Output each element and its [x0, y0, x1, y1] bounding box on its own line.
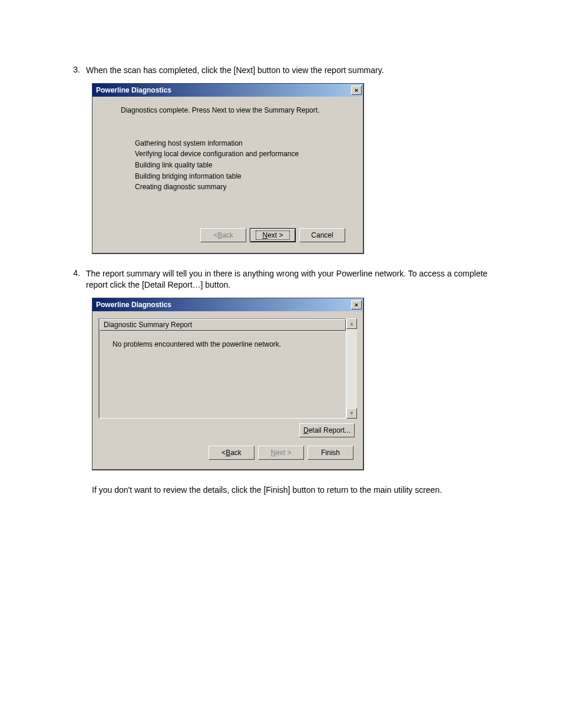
- step-number: 3.: [71, 65, 86, 76]
- trailing-text: If you don't want to review the details,…: [92, 485, 491, 496]
- step-4: 4. The report summary will tell you in t…: [71, 268, 491, 291]
- close-button[interactable]: ×: [351, 85, 362, 95]
- detail-row: Detail Report...: [98, 419, 357, 446]
- scroll-up-button[interactable]: ▲: [346, 318, 357, 329]
- progress-item: Building bridging information table: [135, 171, 349, 182]
- document-page: 3. When the scan has completed, click th…: [0, 0, 562, 728]
- step-text: When the scan has completed, click the […: [86, 65, 491, 76]
- detail-suffix: etail Report...: [309, 426, 351, 434]
- back-prefix: <: [222, 449, 226, 457]
- finish-label: Finish: [321, 449, 340, 457]
- back-suffix: ack: [222, 231, 233, 239]
- button-row: < Back Next > Cancel: [107, 228, 349, 246]
- dialog-body: Diagnostic Summary Report No problems en…: [92, 311, 363, 469]
- next-button[interactable]: Next >: [250, 228, 296, 242]
- report-area: Diagnostic Summary Report No problems en…: [98, 318, 357, 419]
- progress-item: Verifying local device configuration and…: [135, 149, 349, 160]
- next-mnemonic: N: [270, 449, 276, 457]
- progress-item: Creating diagnostic summary: [135, 182, 349, 193]
- finish-button[interactable]: Finish: [308, 446, 353, 460]
- cancel-button[interactable]: Cancel: [299, 228, 345, 242]
- progress-item: Building link quality table: [135, 160, 349, 171]
- detail-mnemonic: D: [303, 426, 309, 434]
- step-number: 4.: [71, 268, 86, 291]
- next-suffix: ext >: [276, 449, 291, 457]
- chevron-down-icon: ▼: [349, 410, 355, 416]
- titlebar: Powerline Diagnostics ×: [92, 84, 363, 97]
- close-icon: ×: [355, 301, 358, 308]
- diagnostics-summary-dialog: Powerline Diagnostics × Diagnostic Summa…: [92, 298, 364, 470]
- cancel-label: Cancel: [311, 231, 333, 239]
- back-button[interactable]: < Back: [200, 228, 246, 242]
- next-button[interactable]: Next >: [258, 446, 304, 460]
- button-row: < Back Next > Finish: [98, 446, 357, 463]
- report-content: No problems encountered with the powerli…: [100, 331, 346, 351]
- report-column-header: Diagnostic Summary Report: [100, 319, 346, 331]
- dialog-1-wrap: Powerline Diagnostics × Diagnostics comp…: [92, 83, 491, 254]
- back-mnemonic: B: [217, 231, 222, 239]
- chevron-up-icon: ▲: [349, 321, 355, 327]
- status-message: Diagnostics complete. Press Next to view…: [121, 106, 349, 114]
- titlebar: Powerline Diagnostics ×: [92, 298, 363, 311]
- progress-item: Gathering host system information: [135, 138, 349, 149]
- dialog-body: Diagnostics complete. Press Next to view…: [92, 97, 363, 253]
- dialog-title: Powerline Diagnostics: [96, 86, 171, 94]
- back-suffix: ack: [230, 449, 242, 457]
- report-header-text: Diagnostic Summary Report: [104, 321, 192, 329]
- detail-report-button[interactable]: Detail Report...: [299, 423, 355, 437]
- scroll-track[interactable]: [346, 329, 357, 408]
- back-button[interactable]: < Back: [209, 446, 254, 460]
- back-mnemonic: B: [226, 449, 230, 457]
- report-body: Diagnostic Summary Report No problems en…: [98, 318, 346, 419]
- scroll-down-button[interactable]: ▼: [346, 408, 357, 419]
- step-text: The report summary will tell you in ther…: [86, 268, 491, 291]
- close-button[interactable]: ×: [351, 300, 362, 309]
- dialog-title: Powerline Diagnostics: [96, 301, 171, 309]
- diagnostics-progress-dialog: Powerline Diagnostics × Diagnostics comp…: [92, 83, 364, 254]
- report-message: No problems encountered with the powerli…: [113, 340, 340, 348]
- vertical-scrollbar[interactable]: ▲ ▼: [346, 318, 357, 419]
- next-suffix: ext >: [267, 231, 283, 239]
- back-prefix: <: [213, 231, 217, 239]
- close-icon: ×: [355, 87, 358, 94]
- step-3: 3. When the scan has completed, click th…: [71, 65, 491, 76]
- next-mnemonic: N: [262, 231, 267, 239]
- dialog-2-wrap: Powerline Diagnostics × Diagnostic Summa…: [92, 298, 491, 470]
- progress-list: Gathering host system information Verify…: [135, 138, 349, 193]
